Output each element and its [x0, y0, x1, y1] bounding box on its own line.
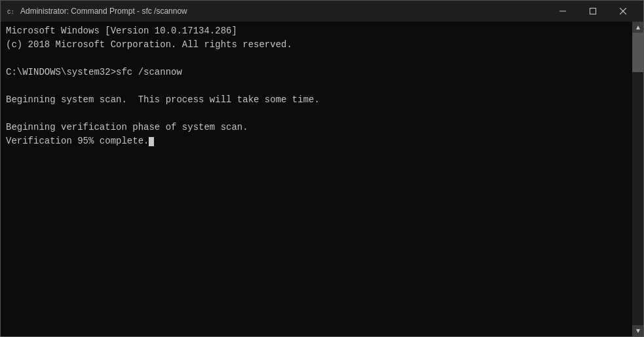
terminal-line-0: Microsoft Windows [Version 10.0.17134.28… — [6, 24, 627, 38]
scrollbar-thumb[interactable] — [632, 33, 643, 72]
window-controls — [548, 1, 638, 22]
svg-marker-7 — [636, 329, 640, 333]
scrollbar-track[interactable] — [632, 33, 643, 325]
terminal-line-1: (c) 2018 Microsoft Corporation. All righ… — [6, 38, 627, 52]
content-area: Microsoft Windows [Version 10.0.17134.28… — [1, 22, 643, 336]
maximize-button[interactable] — [578, 1, 608, 22]
scroll-down-arrow[interactable] — [632, 325, 643, 336]
cursor — [149, 137, 154, 146]
svg-marker-6 — [636, 26, 640, 30]
terminal-line-6 — [6, 107, 627, 121]
scroll-up-arrow[interactable] — [632, 22, 643, 33]
svg-rect-3 — [590, 9, 596, 14]
window-title: Administrator: Command Prompt - sfc /sca… — [20, 7, 548, 16]
terminal-line-5: Beginning system scan. This process will… — [6, 93, 627, 107]
svg-rect-2 — [559, 11, 566, 12]
terminal-line-7: Beginning verification phase of system s… — [6, 121, 627, 134]
command-prompt-window: C: Administrator: Command Prompt - sfc /… — [0, 0, 644, 337]
terminal-line-2 — [6, 52, 627, 66]
terminal-line-8: Verification 95% complete. — [6, 134, 627, 148]
terminal-line-3: C:\WINDOWS\system32>sfc /scannow — [6, 66, 627, 79]
close-button[interactable] — [608, 1, 638, 22]
titlebar: C: Administrator: Command Prompt - sfc /… — [1, 1, 643, 22]
svg-text:C:: C: — [7, 9, 14, 16]
window-icon: C: — [6, 6, 16, 16]
minimize-button[interactable] — [548, 1, 578, 22]
terminal-line-4 — [6, 79, 627, 93]
scrollbar[interactable] — [632, 22, 643, 336]
terminal-output[interactable]: Microsoft Windows [Version 10.0.17134.28… — [1, 22, 632, 336]
